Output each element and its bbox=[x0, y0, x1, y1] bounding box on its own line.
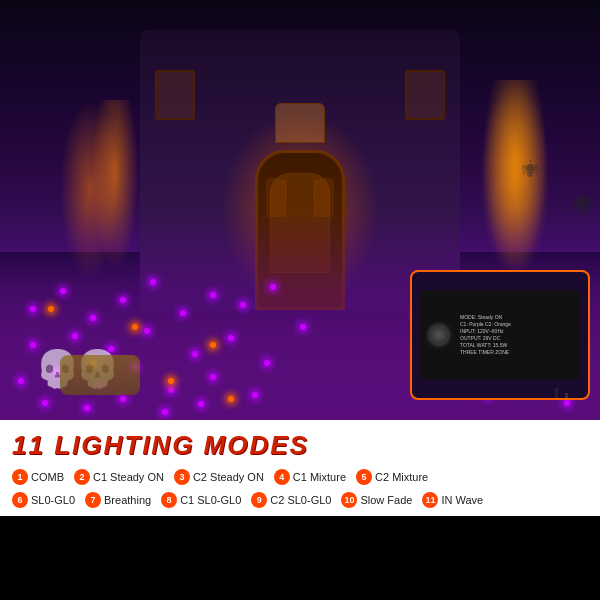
mode-num-9: 9 bbox=[251, 492, 267, 508]
controller-inner: MODE: Steady ON C1: Purple C2: Orange IN… bbox=[420, 290, 580, 380]
hero-image: 🕷 🕷 💀 💀 MODE: Steady ON C1: Purple C2: O… bbox=[0, 0, 600, 420]
mode-label-10: Slow Fade bbox=[360, 494, 412, 506]
mode-label-7: Breathing bbox=[104, 494, 151, 506]
mode-label-9: C2 SL0-GL0 bbox=[270, 494, 331, 506]
mode-num-6: 6 bbox=[12, 492, 28, 508]
mode-item-4: 4 C1 Mixture bbox=[274, 469, 346, 485]
controller-button bbox=[428, 324, 450, 346]
mode-label-5: C2 Mixture bbox=[375, 471, 428, 483]
title-row: 11 LIGHTING MODES bbox=[12, 430, 588, 461]
mode-item-9: 9 C2 SL0-GL0 bbox=[251, 492, 331, 508]
mode-item-1: 1 COMB bbox=[12, 469, 64, 485]
controller-text: MODE: Steady ON C1: Purple C2: Orange IN… bbox=[460, 314, 570, 356]
mode-num-8: 8 bbox=[161, 492, 177, 508]
mode-label-11: IN Wave bbox=[441, 494, 483, 506]
mode-item-7: 7 Breathing bbox=[85, 492, 151, 508]
mode-num-4: 4 bbox=[274, 469, 290, 485]
ctrl-line-3: INPUT: 120V~60Hz bbox=[460, 328, 570, 335]
mode-num-3: 3 bbox=[174, 469, 190, 485]
mode-item-8: 8 C1 SL0-GL0 bbox=[161, 492, 241, 508]
mode-num-11: 11 bbox=[422, 492, 438, 508]
mode-item-6: 6 SL0-GL0 bbox=[12, 492, 75, 508]
mode-num-1: 1 bbox=[12, 469, 28, 485]
hay-bale bbox=[60, 355, 140, 395]
spider2-icon: 🕷 bbox=[522, 160, 540, 181]
ctrl-line-6: THREE TIMER ZONE bbox=[460, 349, 570, 356]
mode-item-10: 10 Slow Fade bbox=[341, 492, 412, 508]
wire-2 bbox=[555, 388, 558, 400]
mode-item-5: 5 C2 Mixture bbox=[356, 469, 428, 485]
mode-item-3: 3 C2 Steady ON bbox=[174, 469, 264, 485]
mode-num-5: 5 bbox=[356, 469, 372, 485]
mode-item-11: 11 IN Wave bbox=[422, 492, 483, 508]
wire-1 bbox=[565, 393, 568, 400]
ctrl-line-2: C1: Purple C2: Orange bbox=[460, 321, 570, 328]
spider-icon: 🕷 bbox=[571, 190, 595, 218]
page-container: 🕷 🕷 💀 💀 MODE: Steady ON C1: Purple C2: O… bbox=[0, 0, 600, 600]
mode-label-6: SL0-GL0 bbox=[31, 494, 75, 506]
mode-num-10: 10 bbox=[341, 492, 357, 508]
mode-num-7: 7 bbox=[85, 492, 101, 508]
page-title: 11 LIGHTING MODES bbox=[12, 430, 309, 461]
mode-label-8: C1 SL0-GL0 bbox=[180, 494, 241, 506]
mode-item-2: 2 C1 Steady ON bbox=[74, 469, 164, 485]
mode-label-3: C2 Steady ON bbox=[193, 471, 264, 483]
mode-num-2: 2 bbox=[74, 469, 90, 485]
bottom-section: 11 LIGHTING MODES 1 COMB 2 C1 Steady ON … bbox=[0, 420, 600, 516]
ctrl-line-4: OUTPUT: 29V DC bbox=[460, 335, 570, 342]
modes-list: 1 COMB 2 C1 Steady ON 3 C2 Steady ON 4 C… bbox=[12, 469, 588, 508]
mode-label-2: C1 Steady ON bbox=[93, 471, 164, 483]
controller-device: MODE: Steady ON C1: Purple C2: Orange IN… bbox=[410, 270, 590, 400]
ctrl-line-1: MODE: Steady ON bbox=[460, 314, 570, 321]
ctrl-line-5: TOTAL WATT: 15.5W bbox=[460, 342, 570, 349]
mode-label-4: C1 Mixture bbox=[293, 471, 346, 483]
mode-label-1: COMB bbox=[31, 471, 64, 483]
